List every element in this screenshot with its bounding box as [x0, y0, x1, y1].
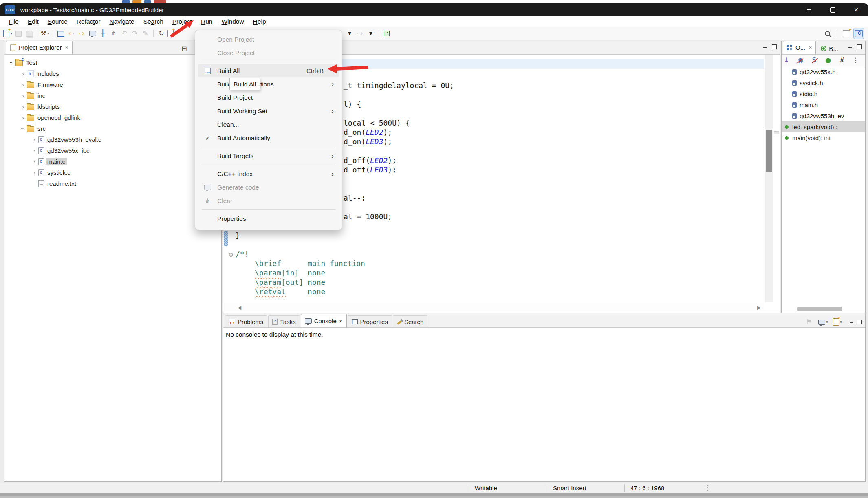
- close-tab-icon[interactable]: ×: [339, 317, 343, 324]
- dropdown-button-2[interactable]: ▾: [366, 28, 376, 39]
- tab-search[interactable]: Search: [393, 315, 428, 327]
- code-line[interactable]: local < 500U) {: [344, 118, 410, 128]
- hide-inactive-button[interactable]: #: [837, 55, 847, 66]
- tree-item-main-c[interactable]: ›main.c: [4, 156, 221, 167]
- close-button[interactable]: ×: [844, 3, 868, 16]
- code-line[interactable]: al--;: [344, 193, 366, 203]
- outline-item-gd32vw553h-ev[interactable]: gd32vw553h_ev: [782, 110, 865, 121]
- forward-nav-button[interactable]: ⇨: [355, 28, 365, 39]
- tree-item-firmware[interactable]: ›Firmware: [4, 79, 221, 90]
- expander-icon[interactable]: ›: [31, 136, 37, 143]
- menu-item-c-c-index[interactable]: C/C++ Index›: [198, 167, 339, 181]
- settings-sliders-button[interactable]: ╫: [98, 28, 108, 39]
- scrollbar-thumb[interactable]: [766, 130, 772, 172]
- pin-editor-button[interactable]: [382, 28, 392, 39]
- new-class-button[interactable]: [56, 28, 66, 39]
- annotate-button[interactable]: ✎: [141, 28, 150, 39]
- back-location-button[interactable]: ⇦: [66, 28, 76, 39]
- clean-broom-button[interactable]: ⋔: [109, 28, 119, 39]
- menu-source[interactable]: Source: [43, 18, 72, 25]
- menu-refactor[interactable]: Refactor: [72, 18, 105, 25]
- code-line[interactable]: \param[in] none: [255, 268, 325, 278]
- tree-item-gd32vw553h-eval-c[interactable]: ›gd32vw553h_eval.c: [4, 134, 221, 145]
- expander-icon[interactable]: ›: [20, 114, 26, 121]
- tree-item-ldscripts[interactable]: ›ldscripts: [4, 101, 221, 112]
- code-line[interactable]: ⊖/*!: [236, 249, 249, 259]
- maximize-view-icon[interactable]: [857, 44, 862, 49]
- tree-item-src[interactable]: ›src: [4, 123, 221, 134]
- outline-item-stdio-h[interactable]: stdio.h: [782, 88, 865, 99]
- tab-project-explorer[interactable]: Project Explorer ×: [6, 41, 73, 54]
- hide-nonpublic-button[interactable]: ●: [823, 55, 833, 66]
- scroll-right-icon[interactable]: ▶: [757, 305, 761, 311]
- menu-item-properties[interactable]: Properties: [198, 212, 339, 225]
- open-console-button[interactable]: ▾: [833, 317, 842, 327]
- expander-icon[interactable]: ›: [31, 158, 37, 165]
- code-line[interactable]: \brief main function: [255, 259, 365, 268]
- tree-item-test[interactable]: ›Test: [4, 57, 221, 68]
- editor-horizontal-scrollbar[interactable]: [224, 303, 764, 311]
- menu-search[interactable]: Search: [139, 18, 168, 25]
- menu-edit[interactable]: Edit: [23, 18, 43, 25]
- minimize-view-icon[interactable]: [848, 47, 852, 48]
- maximize-button[interactable]: [821, 3, 844, 16]
- tab-console[interactable]: Console×: [301, 314, 347, 327]
- menu-item-clean[interactable]: Clean...: [198, 118, 339, 131]
- menu-navigate[interactable]: Navigate: [105, 18, 139, 25]
- menu-item-build-automatically[interactable]: ✓Build Automatically: [198, 131, 339, 145]
- tab-tasks[interactable]: Tasks: [268, 315, 300, 327]
- save-all-button[interactable]: [24, 28, 34, 39]
- hide-fields-button[interactable]: ◉: [795, 55, 805, 66]
- menu-window[interactable]: Window: [217, 18, 248, 25]
- minimize-view-icon[interactable]: [850, 322, 853, 323]
- tree-item-systick-c[interactable]: ›systick.c: [4, 167, 221, 178]
- code-line[interactable]: d_off(LED3);: [344, 165, 397, 174]
- expander-icon[interactable]: ›: [31, 147, 37, 154]
- close-tab-icon[interactable]: ×: [809, 44, 812, 51]
- new-wizard-button[interactable]: ▾: [3, 28, 13, 39]
- tree-item-inc[interactable]: ›inc: [4, 90, 221, 101]
- build-hammer-button[interactable]: ⚒▾: [40, 28, 50, 39]
- tab-properties[interactable]: Properties: [348, 315, 392, 327]
- expander-icon[interactable]: ›: [20, 103, 26, 110]
- redo-button[interactable]: ↷: [130, 28, 140, 39]
- tab-build-targets[interactable]: B...: [817, 43, 842, 54]
- code-line[interactable]: \param[out] none: [255, 278, 325, 287]
- tree-item-gd32vw55x-it-c[interactable]: ›gd32vw55x_it.c: [4, 145, 221, 156]
- code-line[interactable]: d_on(LED2);: [344, 128, 392, 137]
- maximize-view-icon[interactable]: [772, 44, 777, 49]
- code-line[interactable]: _t timingdelaylocal = 0U;: [344, 81, 454, 90]
- menu-item-build-targets[interactable]: Build Targets›: [198, 149, 339, 163]
- outline-item-main-void[interactable]: main(void) : int: [782, 132, 865, 143]
- tree-item-readme-txt[interactable]: readme.txt: [4, 178, 221, 189]
- search-button[interactable]: [822, 28, 832, 39]
- undo-button[interactable]: ↶: [119, 28, 129, 39]
- outline-horizontal-scrollbar[interactable]: [797, 307, 842, 311]
- outline-item-systick-h[interactable]: systick.h: [782, 77, 865, 88]
- menu-help[interactable]: Help: [249, 18, 271, 25]
- sort-button[interactable]: ↓: [782, 55, 791, 66]
- menu-item-build-project[interactable]: Build Project: [198, 91, 339, 104]
- expander-icon[interactable]: ›: [8, 59, 15, 66]
- close-tab-icon[interactable]: ×: [65, 44, 68, 51]
- outline-item-main-h[interactable]: main.h: [782, 99, 865, 110]
- code-line[interactable]: l) {: [344, 99, 361, 109]
- save-button[interactable]: [13, 28, 23, 39]
- hide-static-button[interactable]: S: [809, 55, 819, 66]
- outline-item-led-spark-void[interactable]: led_spark(void) :: [782, 121, 865, 132]
- minimize-button[interactable]: [797, 3, 821, 16]
- code-line[interactable]: d_on(LED3);: [344, 137, 392, 146]
- menu-item-build-all[interactable]: Build AllCtrl+B: [198, 64, 339, 77]
- fold-marker-icon[interactable]: ⊖: [229, 250, 234, 260]
- expander-icon[interactable]: ›: [20, 126, 26, 132]
- code-line[interactable]: \retval none: [255, 287, 325, 296]
- expander-icon[interactable]: ›: [20, 92, 26, 99]
- display-console-button[interactable]: ▾: [818, 317, 828, 327]
- maximize-view-icon[interactable]: [857, 320, 862, 324]
- pin-console-button[interactable]: ⚑: [804, 317, 814, 327]
- tree-item-includes[interactable]: ›Includes: [4, 68, 221, 79]
- menu-item-build-working-set[interactable]: Build Working Set›: [198, 104, 339, 118]
- open-perspective-button[interactable]: [842, 28, 851, 39]
- outline-item-gd32vw55x-h[interactable]: gd32vw55x.h: [782, 66, 865, 77]
- statusbar-drag-handle[interactable]: [707, 485, 708, 491]
